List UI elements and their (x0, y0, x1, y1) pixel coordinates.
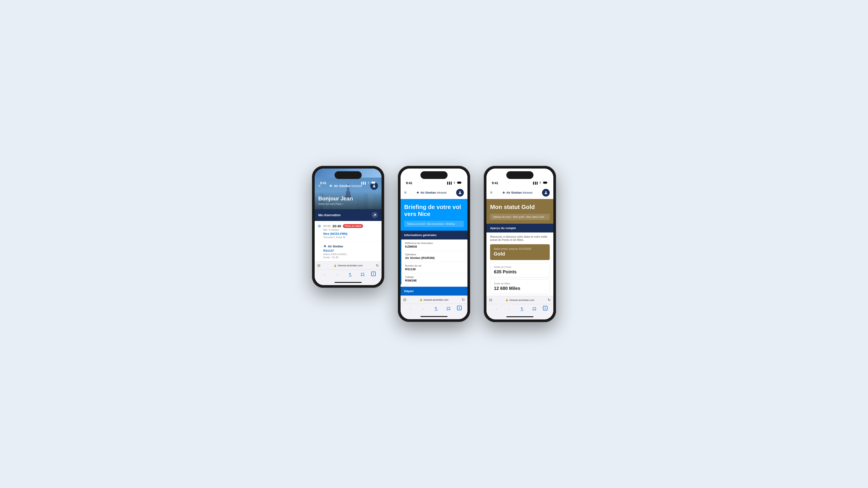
home-indicator-2 (401, 314, 467, 319)
svg-point-25 (459, 191, 461, 193)
menu-icon-2[interactable]: ≡ (404, 190, 407, 195)
flight-time-new-1: 20:40 (333, 224, 341, 228)
breadcrumb-item-2[interactable]: Ma réservation (427, 223, 444, 225)
info-label-operator: Opérateur (405, 253, 464, 256)
browser-url-2[interactable]: 🔒 intranet.airsimilan.com (420, 298, 448, 301)
airline-code-1: RS1137 (323, 249, 347, 252)
flight-terminal-1: Terminal 2, Porte 40 (323, 236, 363, 238)
refresh-icon-2[interactable]: ↻ (462, 297, 465, 302)
breadcrumb-item-3[interactable]: Briefing (446, 223, 455, 225)
phone-2-screen: 9:41 ▐▐▐ ≡ Air Similan Intran (401, 168, 467, 319)
info-value-flight: RS1136 (405, 267, 464, 271)
bookmarks-btn-3[interactable] (530, 306, 538, 312)
signal-icon-2: ▐▐▐ (446, 182, 452, 184)
info-value-operator: Air Similan (RS/RSM) (405, 256, 464, 260)
tabs-btn-1[interactable]: 1 (371, 271, 376, 276)
refresh-icon-1[interactable]: ↻ (376, 263, 379, 268)
share-btn-1[interactable] (346, 271, 354, 278)
share-btn-3[interactable] (518, 306, 526, 312)
status-icons-1: ▐▐▐ (361, 182, 376, 184)
lock-icon-3: 🔒 (505, 298, 508, 301)
home-indicator-1 (315, 280, 381, 285)
home-bar-2 (421, 316, 447, 317)
browser-actions-2: ‹ › 1 (401, 304, 467, 314)
breadcrumb-gold-item-2[interactable]: Mon profil (513, 216, 524, 218)
forward-btn-2[interactable]: › (419, 306, 427, 312)
phone-3: 9:41 ▐▐▐ ≡ Air Similan Intran (484, 166, 556, 322)
back-btn-2[interactable]: ‹ (406, 306, 414, 312)
flight-dot-1 (318, 225, 320, 227)
bookmarks-btn-2[interactable] (444, 306, 453, 312)
nav-bar-2: ≡ Air Similan Intranet (401, 187, 467, 199)
breadcrumb-gold-item-3[interactable]: Mon statut Gold (526, 216, 544, 218)
miles-label-3: Solde de Miles (494, 282, 546, 285)
briefing-hero-2: Briefing de votre vol vers Nice Tableau … (401, 199, 467, 231)
section-header-depart: Départ (401, 287, 467, 295)
briefing-title-2: Briefing de votre vol vers Nice (404, 203, 464, 218)
airline-row-1: Air Similan RS1137 Airbus A320-214(WL) D… (315, 242, 381, 261)
points-card-3: Solde de Points 635 Points (490, 263, 550, 278)
browser-bar-1: ⊟ 🔒 intranet.airsimilan.com ↻ (315, 261, 381, 269)
svg-point-22 (454, 184, 455, 184)
share-btn-2[interactable] (432, 306, 440, 312)
lock-icon-2: 🔒 (420, 298, 423, 301)
section-header-general: Informations générales (401, 231, 467, 239)
status-time-2: 9:41 (406, 181, 412, 185)
browser-actions-1: ‹ › 1 (315, 269, 381, 280)
nav-bar-3: ≡ Air Similan Intranet (487, 187, 553, 199)
breadcrumb-item-1[interactable]: Tableau de bord (407, 223, 425, 225)
reservation-header-1[interactable]: Ma réservation (315, 209, 381, 221)
refresh-icon-3[interactable]: ↻ (548, 298, 551, 302)
phone-1: 9:41 ▐▐▐ (312, 166, 384, 288)
battery-icon-3 (543, 182, 548, 184)
miles-card-3: Solde de Miles 12 680 Miles (490, 279, 550, 294)
back-btn-3[interactable]: ‹ (492, 306, 500, 312)
svg-rect-28 (544, 182, 547, 184)
subtitle-1[interactable]: Votre vol vers Paris › (318, 202, 378, 205)
browser-url-3[interactable]: 🔒 intranet.airsimilan.com (505, 298, 534, 301)
avatar-3[interactable] (542, 189, 550, 197)
info-row-reference: Référence de réservation KZ9MG6 (401, 239, 467, 251)
gold-status-label-3: Statut actuel, jusqu'au 31/12/2025 (494, 248, 546, 250)
battery-icon-1 (371, 182, 376, 184)
forward-btn-3[interactable]: › (505, 306, 513, 312)
browser-bar-3: ⊟ 🔒 intranet.airsimilan.com ↻ (487, 296, 553, 304)
dynamic-island-3 (506, 171, 533, 179)
info-row-callsign: Callsign RSM19E (401, 273, 467, 285)
reservation-title-1: Ma réservation (318, 213, 341, 217)
flight-destination-1: Nice (NCE/LFMN) (323, 232, 363, 235)
info-section-2: Informations générales Référence de rése… (401, 231, 467, 285)
avatar-2[interactable] (456, 189, 464, 197)
svg-point-0 (368, 184, 369, 184)
account-section-3: Aperçu du compte Retrouvez ci-dessous vo… (487, 224, 553, 294)
breadcrumb-2: Tableau de bord / Ma réservation / Brief… (404, 221, 464, 227)
home-bar-1 (335, 282, 362, 283)
reservation-arrow-1[interactable] (372, 212, 378, 218)
browser-bar-2: ⊟ 🔒 intranet.airsimilan.com ↻ (401, 295, 467, 304)
brand-3: Air Similan Intranet (502, 191, 532, 194)
tabs-btn-2[interactable]: 1 (457, 306, 462, 310)
airline-info-1: Air Similan RS1137 Airbus A320-214(WL) D… (323, 245, 347, 259)
account-desc-3: Retrouvez ci-dessous votre statut et vot… (487, 232, 553, 244)
flight-date-1: Mer. 9 octobre (323, 228, 363, 231)
reservation-card-1: Ma réservation 20:30 20:40 Prévu en reta… (315, 209, 381, 261)
info-label-reference: Référence de réservation (405, 242, 464, 245)
wifi-icon-3 (539, 182, 542, 184)
menu-icon-3[interactable]: ≡ (490, 190, 493, 195)
airline-aircraft-1: Airbus A320-214(WL) (323, 253, 347, 256)
tabs-btn-3[interactable]: 1 (543, 306, 548, 311)
monitor-icon-1: ⊟ (317, 263, 320, 268)
bookmarks-btn-1[interactable] (359, 271, 367, 278)
forward-btn-1[interactable]: › (333, 271, 341, 278)
gold-status-card-3: Statut actuel, jusqu'au 31/12/2025 Gold (490, 244, 550, 260)
svg-rect-24 (458, 182, 461, 184)
browser-url-1[interactable]: 🔒 intranet.airsimilan.com (334, 264, 363, 267)
status-time-1: 9:41 (320, 181, 327, 185)
phone-3-screen: 9:41 ▐▐▐ ≡ Air Similan Intran (487, 168, 553, 320)
back-btn-1[interactable]: ‹ (320, 271, 329, 278)
info-row-operator: Opérateur Air Similan (RS/RSM) (401, 251, 467, 262)
wifi-icon-2 (453, 182, 456, 184)
breadcrumb-gold-item-1[interactable]: Tableau de bord (493, 216, 510, 218)
flight-info-1: 20:30 20:40 Prévu en retard Mer. 9 octob… (323, 224, 363, 238)
signal-icon-1: ▐▐▐ (361, 182, 366, 184)
